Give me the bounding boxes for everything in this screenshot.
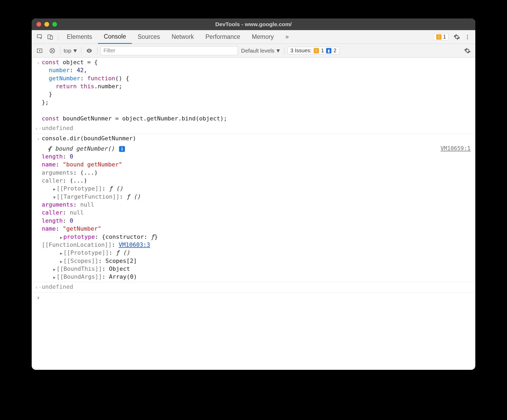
divider xyxy=(58,33,58,41)
gutter xyxy=(35,145,42,145)
prop-key: arguments xyxy=(42,169,73,176)
zoom-window-button[interactable] xyxy=(52,22,57,27)
chevron-down-icon: ▼ xyxy=(275,48,281,54)
console-prompt-row[interactable]: › xyxy=(32,292,475,302)
warning-icon: ! xyxy=(314,48,319,53)
prop-value: Scopes[2] xyxy=(105,258,137,264)
expand-toggle-icon[interactable] xyxy=(59,257,63,265)
source-link[interactable]: VM10659:1 xyxy=(440,145,472,152)
filter-input[interactable] xyxy=(101,46,238,55)
divider xyxy=(284,47,284,54)
issues-warn-count: 1 xyxy=(321,48,324,54)
inspect-icon[interactable] xyxy=(35,32,44,42)
expand-toggle-icon[interactable] xyxy=(42,145,48,153)
prop-value: Object xyxy=(109,265,130,272)
console-dir-row: ƒ bound getNumber() i VM10659:1 length: … xyxy=(32,144,475,282)
prop-key: name xyxy=(42,225,56,232)
issues-button[interactable]: 3 Issues: ! 1 ▮ 2 xyxy=(288,47,339,54)
console-input-row: › const object = { number: 42, getNumber… xyxy=(32,58,475,123)
console-input-row: › console.dir(boundGetNunmer) xyxy=(32,134,475,144)
prompt-chevron-icon: › xyxy=(35,293,42,302)
console-output[interactable]: › const object = { number: 42, getNumber… xyxy=(32,58,475,370)
log-levels-selector[interactable]: Default levels ▼ xyxy=(241,48,281,54)
svg-rect-2 xyxy=(50,36,53,39)
prop-key: caller xyxy=(42,177,63,184)
prop-key: [[Prototype]] xyxy=(57,185,102,192)
context-label: top xyxy=(64,48,71,54)
warning-icon: ! xyxy=(436,34,442,40)
prop-value: "getNumber" xyxy=(63,225,101,232)
main-tabs: Elements Console Sources Network Perform… xyxy=(32,30,475,44)
prop-key: [[BoundArgs]] xyxy=(57,273,102,280)
titlebar: DevTools - www.google.com/ xyxy=(32,18,475,30)
tabs-overflow[interactable]: » xyxy=(280,30,295,44)
expand-toggle-icon[interactable] xyxy=(52,185,57,193)
tab-console[interactable]: Console xyxy=(98,30,132,44)
expand-toggle-icon[interactable] xyxy=(52,273,57,281)
expand-toggle-icon[interactable] xyxy=(52,193,57,201)
divider xyxy=(60,47,60,54)
info-icon: ▮ xyxy=(326,48,331,53)
prop-value[interactable]: (...) xyxy=(80,169,98,176)
svg-point-5 xyxy=(467,38,468,39)
context-selector[interactable]: top ▼ xyxy=(64,48,78,54)
prop-value: {constructor: ƒ} xyxy=(102,234,158,240)
tab-network[interactable]: Network xyxy=(166,30,200,44)
prop-value: null xyxy=(80,201,94,208)
tab-sources[interactable]: Sources xyxy=(132,30,166,44)
expand-toggle-icon[interactable] xyxy=(59,233,63,241)
live-expression-icon[interactable] xyxy=(84,46,94,55)
prop-key: length xyxy=(42,153,63,160)
window-title: DevTools - www.google.com/ xyxy=(32,21,475,27)
prop-value: "bound getNumber" xyxy=(63,161,122,168)
svg-rect-0 xyxy=(37,35,41,38)
warnings-count: 1 xyxy=(443,34,446,40)
console-result-row: ‹· undefined xyxy=(32,123,475,134)
prop-key: prototype xyxy=(63,234,95,240)
chevron-down-icon: ▼ xyxy=(72,48,78,54)
function-location-link[interactable]: VM10603:3 xyxy=(119,241,150,248)
output-chevron-icon: ‹· xyxy=(35,283,42,291)
input-chevron-icon: › xyxy=(35,134,42,143)
undefined-result: undefined xyxy=(42,124,472,132)
kebab-menu-icon[interactable] xyxy=(463,32,472,42)
divider xyxy=(81,47,81,54)
clear-console-icon[interactable] xyxy=(48,46,57,55)
prop-key: [[Prototype]] xyxy=(63,249,109,256)
prop-key: name xyxy=(42,161,56,168)
function-symbol: ƒ xyxy=(48,145,51,152)
expand-toggle-icon[interactable] xyxy=(52,265,57,273)
console-settings-gear-icon[interactable] xyxy=(463,46,472,55)
settings-gear-icon[interactable] xyxy=(452,32,462,42)
tab-performance[interactable]: Performance xyxy=(200,30,246,44)
prop-value: null xyxy=(70,209,84,216)
issues-info-count: 2 xyxy=(334,48,336,54)
expand-toggle-icon[interactable] xyxy=(59,249,63,257)
code-line: console.dir(boundGetNunmer) xyxy=(42,134,472,142)
prop-key: caller xyxy=(42,209,63,216)
issues-label: 3 Issues: xyxy=(290,48,312,54)
console-toolbar: top ▼ Default levels ▼ 3 Issues: ! 1 ▮ 2 xyxy=(32,44,475,58)
traffic-lights xyxy=(36,22,57,27)
undefined-result: undefined xyxy=(42,283,472,291)
minimize-window-button[interactable] xyxy=(44,22,49,27)
prop-value: 0 xyxy=(70,153,73,160)
prop-value[interactable]: (...) xyxy=(70,177,87,184)
console-sidebar-toggle-icon[interactable] xyxy=(35,46,44,55)
close-window-button[interactable] xyxy=(36,22,41,27)
input-chevron-icon: › xyxy=(35,58,42,67)
divider xyxy=(97,47,97,54)
tab-elements[interactable]: Elements xyxy=(61,30,98,44)
svg-point-4 xyxy=(467,36,468,38)
info-badge-icon[interactable]: i xyxy=(119,146,125,152)
svg-line-13 xyxy=(51,49,54,52)
prop-key: arguments xyxy=(42,201,73,208)
svg-point-3 xyxy=(467,35,468,36)
tab-memory[interactable]: Memory xyxy=(246,30,280,44)
prop-key: [[Scopes]] xyxy=(63,258,98,264)
levels-label: Default levels xyxy=(241,48,274,54)
device-toggle-icon[interactable] xyxy=(45,32,55,42)
prop-key: [[FunctionLocation]] xyxy=(42,241,112,248)
warnings-badge[interactable]: ! 1 xyxy=(434,33,448,40)
code-block: const object = { number: 42, getNumber: … xyxy=(42,58,472,123)
